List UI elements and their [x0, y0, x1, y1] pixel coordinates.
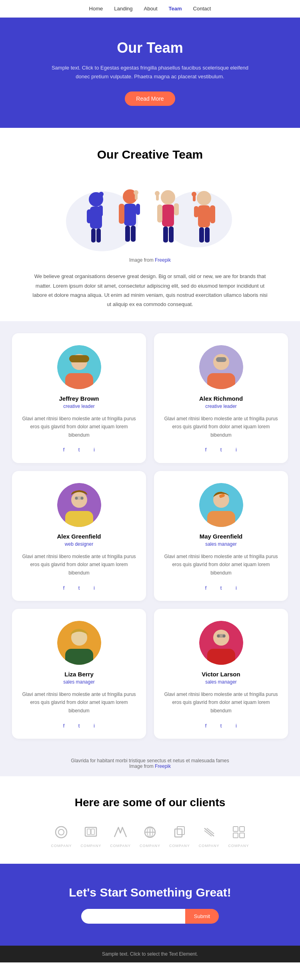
facebook-icon[interactable]: f: [201, 445, 211, 455]
svg-rect-81: [240, 833, 244, 838]
avatar-alex-richmond: [199, 345, 243, 389]
creative-description: We believe great organisations deserve g…: [24, 272, 276, 309]
twitter-icon[interactable]: t: [216, 582, 226, 593]
svg-point-14: [161, 190, 175, 205]
creative-title: Our Creative Team: [24, 148, 276, 161]
svg-rect-79: [240, 827, 244, 831]
card-name-alex-greenfield: Alex Greenfield: [20, 533, 138, 540]
instagram-icon[interactable]: i: [231, 445, 242, 455]
svg-rect-6: [91, 229, 96, 243]
avatar-jeffrey: [57, 345, 101, 389]
client-label-5: Company: [169, 844, 190, 848]
nav-contact[interactable]: Contact: [193, 6, 211, 12]
card-role-liza-berry: sales manager: [20, 679, 138, 685]
svg-rect-15: [162, 205, 174, 227]
instagram-icon[interactable]: i: [89, 582, 100, 593]
nav-home[interactable]: Home: [89, 6, 103, 12]
clients-title: Here are some of our clients: [16, 796, 284, 809]
main-nav: Home Landing About Team Contact: [0, 0, 300, 18]
card-role-victor-larson: sales manager: [162, 679, 280, 685]
card-role-alex-greenfield: web designer: [20, 541, 138, 547]
card-name-jeffrey: Jeffrey Brown: [20, 395, 138, 402]
twitter-icon[interactable]: t: [74, 445, 84, 455]
instagram-icon[interactable]: i: [231, 720, 242, 731]
avatar-may-greenfield: [199, 483, 243, 527]
svg-rect-68: [91, 829, 94, 835]
facebook-icon[interactable]: f: [59, 720, 69, 731]
twitter-icon[interactable]: t: [74, 720, 84, 731]
clients-section: Here are some of our clients Company Com…: [0, 776, 300, 864]
twitter-icon[interactable]: t: [216, 445, 226, 455]
social-icons-jeffrey: f t i: [20, 445, 138, 455]
twitter-icon[interactable]: t: [216, 720, 226, 731]
svg-rect-33: [193, 194, 196, 201]
logo-icon-5: [170, 823, 189, 841]
svg-rect-67: [87, 829, 90, 835]
creative-section: Our Creative Team: [0, 128, 300, 321]
facebook-icon[interactable]: f: [59, 582, 69, 593]
image-caption: Image from Freepik: [24, 257, 276, 263]
svg-rect-17: [174, 203, 179, 215]
svg-rect-22: [210, 205, 215, 223]
client-logo-5: Company: [169, 823, 190, 848]
instagram-icon[interactable]: i: [231, 582, 242, 593]
team-footer-image-caption: Image from Freepik: [7, 763, 293, 769]
svg-rect-7: [96, 229, 101, 243]
cta-email-input[interactable]: [81, 909, 185, 924]
hero-title: Our Team: [48, 40, 252, 56]
svg-rect-78: [233, 827, 238, 831]
team-footer-text: Glavrida for habitant morbi tristique se…: [7, 758, 293, 763]
avatar-victor-larson: [199, 621, 243, 665]
social-icons-alex-richmond: f t i: [162, 445, 280, 455]
instagram-icon[interactable]: i: [89, 720, 100, 731]
client-logo-6: Company: [199, 823, 220, 848]
nav-about[interactable]: About: [144, 6, 158, 12]
team-card-alex-greenfield: Alex Greenfield web designer Glavi amet …: [12, 471, 146, 601]
social-icons-victor-larson: f t i: [162, 720, 280, 731]
svg-rect-63: [217, 634, 226, 638]
card-text-liza-berry: Glavi amet ritnisi libero molestie ante …: [20, 690, 138, 715]
read-more-button[interactable]: Read More: [125, 91, 175, 106]
avatar-alex-greenfield: [57, 483, 101, 527]
nav-team[interactable]: Team: [169, 6, 182, 12]
nav-landing[interactable]: Landing: [114, 6, 132, 12]
team-footer-caption: Glavrida for habitant morbi tristique se…: [0, 751, 300, 776]
svg-rect-50: [75, 496, 84, 500]
twitter-icon[interactable]: t: [74, 582, 84, 593]
svg-rect-19: [169, 227, 174, 243]
svg-point-20: [197, 191, 211, 205]
svg-rect-53: [207, 511, 235, 527]
social-icons-alex-greenfield: f t i: [20, 582, 138, 593]
card-name-liza-berry: Liza Berry: [20, 671, 138, 678]
facebook-icon[interactable]: f: [201, 720, 211, 731]
svg-rect-25: [205, 227, 210, 243]
svg-rect-13: [131, 226, 136, 242]
card-text-may-greenfield: Glavi amet ritnisi libero molestie ante …: [162, 553, 280, 577]
cta-submit-button[interactable]: Submit: [185, 909, 219, 924]
hero-section: Our Team Sample text. Click to Egestas e…: [0, 18, 300, 128]
facebook-icon[interactable]: f: [201, 582, 211, 593]
card-role-alex-richmond: creative leader: [162, 404, 280, 409]
svg-rect-44: [216, 357, 226, 362]
svg-point-64: [56, 827, 67, 838]
team-card-may-greenfield: May Greenfield sales manager Glavi amet …: [154, 471, 288, 601]
instagram-icon[interactable]: i: [89, 445, 100, 455]
client-logo-7: Company: [228, 823, 249, 848]
card-role-jeffrey: creative leader: [20, 404, 138, 409]
svg-rect-5: [99, 205, 103, 217]
client-logo-2: Company: [80, 823, 101, 848]
svg-rect-24: [199, 227, 204, 243]
card-name-may-greenfield: May Greenfield: [162, 533, 280, 540]
facebook-icon[interactable]: f: [59, 445, 69, 455]
client-label-3: Company: [110, 844, 131, 848]
client-label-4: Company: [140, 844, 160, 848]
svg-rect-12: [125, 226, 130, 242]
client-logo-1: Company: [51, 823, 72, 848]
team-card-jeffrey: Jeffrey Brown creative leader Glavi amet…: [12, 333, 146, 463]
logo-icon-3: [111, 823, 130, 841]
footer-text: Sample text. Click to select the Text El…: [102, 951, 198, 957]
svg-rect-41: [207, 373, 235, 389]
team-footer-source: Freepik: [155, 763, 171, 769]
social-icons-liza-berry: f t i: [20, 720, 138, 731]
card-role-may-greenfield: sales manager: [162, 541, 280, 547]
